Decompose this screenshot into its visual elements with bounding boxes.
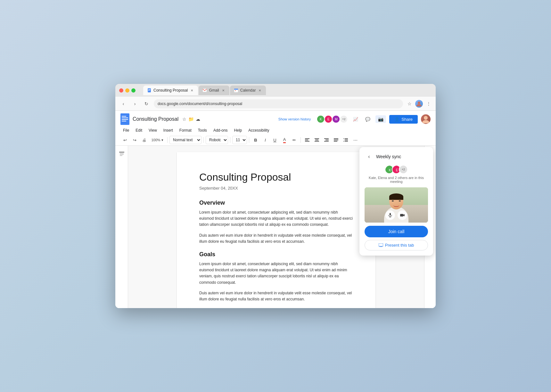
svg-rect-25 <box>334 140 338 140</box>
popup-avatars: K E +2 <box>365 165 428 174</box>
docs-title-icons: ☆ 📁 ☁ <box>182 117 200 122</box>
size-select[interactable]: 11 12 14 <box>232 136 247 144</box>
docs-title-row: Consulting Proposal ☆ 📁 ☁ Show version h… <box>120 113 431 125</box>
align-right-button[interactable] <box>322 136 331 144</box>
maximize-button[interactable] <box>131 88 136 93</box>
text-color-button[interactable]: A <box>280 136 289 144</box>
meet-icon: 📷 <box>378 117 383 122</box>
tab-calendar-close[interactable]: ✕ <box>258 88 262 93</box>
profile-avatar[interactable] <box>421 114 431 124</box>
menu-view[interactable]: View <box>146 127 160 134</box>
menu-accessibility[interactable]: Accessibility <box>246 127 272 134</box>
italic-button[interactable]: I <box>261 136 270 144</box>
collab-avatar-2: E <box>324 115 333 123</box>
star-icon[interactable]: ☆ <box>182 117 186 122</box>
cloud-icon[interactable]: ☁ <box>196 117 200 122</box>
docs-logo-icon <box>120 113 129 125</box>
tab-consulting-proposal[interactable]: Consulting Proposal ✕ <box>143 86 198 95</box>
svg-rect-32 <box>120 154 124 155</box>
tab-label: Consulting Proposal <box>153 88 188 93</box>
undo-button[interactable]: ↩ <box>120 136 129 144</box>
popup-back-button[interactable]: ‹ <box>365 152 374 161</box>
outline-icon[interactable] <box>117 150 126 159</box>
bold-button[interactable]: B <box>251 136 260 144</box>
close-button[interactable] <box>119 88 123 93</box>
svg-rect-2 <box>148 90 150 90</box>
svg-rect-17 <box>305 141 309 142</box>
reload-button[interactable]: ↻ <box>142 100 151 108</box>
minimize-button[interactable] <box>125 88 129 93</box>
justify-button[interactable] <box>332 136 341 144</box>
tab-calendar[interactable]: Calendar ✕ <box>230 86 266 95</box>
addr-actions: ☆ ⋮ <box>406 100 432 108</box>
folder-icon[interactable]: 📁 <box>188 117 194 122</box>
menu-format[interactable]: Format <box>177 127 194 134</box>
video-preview <box>365 187 428 223</box>
present-tab-button[interactable]: Present this tab <box>365 240 428 250</box>
toolbar-divider-5 <box>300 137 301 143</box>
menu-tools[interactable]: Tools <box>195 127 210 134</box>
svg-rect-21 <box>324 138 329 139</box>
menu-file[interactable]: File <box>120 127 132 134</box>
menu-help[interactable]: Help <box>232 127 245 134</box>
share-icon: 👤 <box>394 117 399 122</box>
share-button[interactable]: 👤 Share <box>389 115 418 124</box>
svg-point-14 <box>424 116 428 120</box>
style-select[interactable]: Normal text Heading 1 Heading 2 <box>169 136 201 144</box>
font-select[interactable]: Roboto Arial <box>206 136 228 144</box>
svg-rect-29 <box>345 141 348 142</box>
traffic-lights <box>119 88 136 93</box>
line-spacing-button[interactable] <box>341 136 350 144</box>
toolbar-divider-4 <box>249 137 249 143</box>
svg-rect-3 <box>148 91 150 91</box>
tab-gmail[interactable]: Gmail ✕ <box>199 86 229 95</box>
person-hair <box>389 193 403 200</box>
popup-title: Weekly sync <box>376 154 401 159</box>
bookmark-icon[interactable]: ☆ <box>406 101 413 107</box>
svg-rect-27 <box>345 138 348 139</box>
align-left-button[interactable] <box>303 136 312 144</box>
menu-insert[interactable]: Insert <box>161 127 176 134</box>
svg-rect-16 <box>305 140 308 140</box>
menu-icon[interactable]: ⋮ <box>425 101 432 107</box>
left-sidebar <box>115 146 128 308</box>
highlight-button[interactable]: ✏ <box>290 136 299 144</box>
svg-rect-31 <box>120 153 124 154</box>
section-overview-heading: Overview <box>199 200 353 206</box>
toolbar-divider-3 <box>230 137 230 143</box>
more-options-button[interactable]: ⋯ <box>351 136 360 144</box>
toolbar-divider-2 <box>203 137 204 143</box>
overview-paragraph-2: Duis autem vel eum iriure dolor in hendr… <box>199 233 353 245</box>
back-button[interactable]: ‹ <box>119 100 127 108</box>
svg-rect-34 <box>390 213 391 216</box>
camera-button[interactable] <box>398 210 407 220</box>
zoom-button[interactable]: 100% ▾ <box>149 136 165 144</box>
meet-button[interactable]: 📷 <box>375 115 386 123</box>
doc-title: Consulting Proposal <box>199 171 353 183</box>
svg-rect-11 <box>122 118 128 118</box>
version-history-link[interactable]: Show version history <box>278 117 311 121</box>
menu-addons[interactable]: Add-ons <box>211 127 230 134</box>
user-avatar[interactable] <box>415 100 423 108</box>
underline-button[interactable]: U <box>270 136 279 144</box>
tab-close-button[interactable]: ✕ <box>190 88 194 93</box>
title-bar: Consulting Proposal ✕ Gmail ✕ Calen <box>115 84 436 97</box>
svg-rect-22 <box>325 140 329 140</box>
docs-header: Consulting Proposal ☆ 📁 ☁ Show version h… <box>115 111 436 146</box>
menu-edit[interactable]: Edit <box>133 127 145 134</box>
svg-rect-24 <box>334 138 338 139</box>
forward-button[interactable]: › <box>131 100 139 108</box>
svg-rect-37 <box>400 214 403 216</box>
url-input[interactable] <box>154 99 403 108</box>
activity-icon[interactable]: 📈 <box>351 115 360 124</box>
svg-rect-33 <box>120 155 122 156</box>
svg-rect-4 <box>203 89 207 92</box>
align-center-button[interactable] <box>312 136 321 144</box>
print-button[interactable]: 🖨 <box>140 136 149 144</box>
join-call-button[interactable]: Join call <box>365 226 428 237</box>
tab-gmail-close[interactable]: ✕ <box>221 88 226 93</box>
comment-icon[interactable]: 💬 <box>363 115 372 124</box>
present-tab-label: Present this tab <box>385 243 414 248</box>
mic-button[interactable] <box>385 210 395 220</box>
redo-button[interactable]: ↪ <box>130 136 139 144</box>
